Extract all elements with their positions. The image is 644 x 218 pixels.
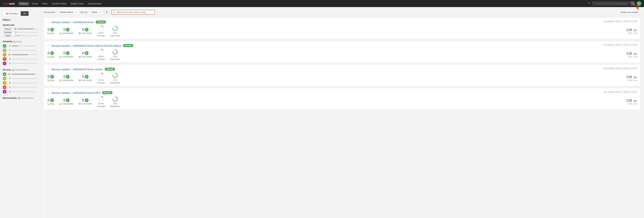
nav-rules[interactable]: Rules — [40, 2, 50, 6]
view-tabs: My Favorites All — [3, 11, 29, 16]
smells-count: 0 — [82, 28, 84, 32]
card-stats: 0 A 🐛 Bugs 0 A 🔒 Vulnerabilities 0 A ⚙️ … — [47, 72, 637, 84]
qg-warning-row[interactable]: Warning 0 — [3, 31, 38, 34]
sort-order-button[interactable]: ⇕ — [104, 10, 109, 14]
rel-grade-c-row[interactable]: C 16 — [3, 53, 38, 57]
dup-circle-svg — [112, 25, 118, 31]
add-button[interactable]: + — [630, 1, 635, 6]
dup-label: Duplications — [110, 58, 120, 60]
sec-grade-e-row[interactable]: E 0 — [3, 90, 38, 94]
sec-grade-c-row[interactable]: C 0 — [3, 81, 38, 85]
sec-grade-b-row[interactable]: B 0 — [3, 77, 38, 80]
tech-tags: XML, Java — [628, 32, 637, 34]
last-analysis: Last analysis: April 12, 2019, 4:29 PM — [603, 91, 637, 93]
perspective-select[interactable]: Overall Status — [58, 10, 78, 15]
top-navigation: sonarqube Projects Issues Rules Quality … — [0, 0, 644, 7]
vuln-label: 🔒 Vulnerabilities — [59, 103, 74, 105]
sec-e-count: 0 — [8, 91, 10, 93]
rel-c-bar — [12, 54, 28, 55]
star-icon[interactable]: ☆ — [47, 44, 50, 48]
rel-e-count: 0 — [8, 62, 10, 65]
smells-label: ⚙️ Code Smells — [78, 103, 92, 105]
nav-projects[interactable]: Projects — [18, 2, 30, 6]
bugs-count: 0 — [48, 98, 50, 102]
rel-c-count: 16 — [8, 54, 10, 56]
help-button[interactable]: ? — [588, 1, 590, 6]
rel-d-count: 0 — [8, 58, 10, 60]
user-avatar[interactable]: A — [636, 1, 641, 6]
sec-e-bar-wrap — [12, 91, 38, 92]
project-name-link[interactable]: devops-sample :: HelloWorld Demo PR-2 — [52, 91, 100, 94]
security-title: Security (🔒 Vulnerabilities) — [3, 69, 38, 71]
bugs-stat: 0 A 🐛 Bugs — [47, 51, 54, 58]
star-icon[interactable]: ☆ — [47, 91, 50, 95]
smells-count: 0 — [82, 75, 84, 79]
create-new-project-button[interactable]: Create new project — [617, 10, 641, 15]
coverage-label: Coverage — [97, 35, 105, 37]
star-icon[interactable]: ☆ — [47, 67, 50, 71]
lines-count: 118 — [626, 28, 632, 32]
favorites-tabs: My Favorites All — [3, 11, 38, 16]
nav-issues[interactable]: Issues — [30, 2, 40, 6]
sec-a-count: 22 — [8, 73, 10, 75]
vuln-count: 0 — [63, 28, 65, 32]
card-header: ☆ devops-sample :: HelloWorld Demo add-n… — [47, 44, 133, 48]
lines-stat: 118 XS XML, Java — [626, 99, 637, 105]
coverage-label: Coverage — [97, 82, 105, 84]
coverage-value: 40.0% — [98, 56, 104, 58]
last-analysis: Last analysis: April 12, 2019, 5:44 PM — [603, 20, 637, 23]
sortby-select[interactable]: Name — [90, 10, 102, 15]
bugs-label: 🐛 Bugs — [47, 56, 54, 58]
sec-grade-a-row[interactable]: A 22 — [3, 72, 38, 76]
tech-tags: XML, Java — [628, 103, 637, 105]
coverage-value: 40.0% — [98, 79, 104, 81]
project-card: ☆ devops-sample :: HelloWorld Demo maste… — [44, 64, 641, 86]
sec-c-bar-wrap — [12, 82, 38, 83]
logo[interactable]: sonarqube — [3, 2, 15, 5]
rel-grade-e-row[interactable]: E 0 — [3, 62, 38, 65]
smells-grade: A — [85, 51, 88, 55]
nav-quality-profiles[interactable]: Quality Profiles — [50, 2, 68, 6]
coverage-circle-svg — [98, 72, 104, 78]
dup-label: Duplications — [110, 82, 120, 84]
size-badge: XS — [633, 100, 637, 102]
main-content: Perspective: Overall Status Sort by: Nam… — [40, 7, 644, 218]
maintainability-title: Maintainability (⚙️ Code Smells) — [3, 97, 38, 99]
nav-quality-gates[interactable]: Quality Gates — [69, 2, 85, 6]
dup-value: 0.0% — [113, 79, 117, 81]
perspective-label: Perspective: — [44, 11, 56, 14]
project-name-link[interactable]: devops-sample :: HelloWorld Demo — [52, 21, 94, 24]
rel-grade-a-row[interactable]: A 6 — [3, 44, 38, 48]
duplications-stat: 0.0% Duplications — [110, 96, 120, 107]
star-icon[interactable]: ☆ — [47, 20, 50, 24]
global-search-input[interactable] — [592, 2, 629, 6]
dup-circle-svg — [112, 72, 118, 78]
project-name-link[interactable]: devops-sample :: HelloWorld Demo add-no-… — [52, 44, 121, 47]
size-badge: XS — [633, 53, 637, 55]
project-search-input[interactable] — [111, 10, 155, 15]
duplications-stat: 0.0% Duplications — [110, 49, 120, 60]
quality-badge: Passed — [123, 44, 133, 47]
qg-passed-count: 20 — [14, 28, 16, 30]
qg-failed-count: 2 — [14, 35, 16, 37]
reliability-title: Reliability (🐛 Bugs) — [3, 40, 38, 43]
main-layout: My Favorites All Filters Quality Gate Pa… — [0, 7, 644, 218]
rel-b-bar-wrap — [12, 50, 38, 51]
quality-badge: Passed — [102, 91, 112, 94]
qg-failed-row[interactable]: Failed 2 — [3, 34, 38, 37]
tab-all[interactable]: All — [21, 11, 28, 16]
rel-grade-b-row[interactable]: B 0 — [3, 49, 38, 52]
dup-circle-svg — [112, 96, 118, 102]
bugs-label: 🐛 Bugs — [47, 32, 54, 34]
qg-warning-badge: Warning — [3, 31, 13, 34]
qg-passed-row[interactable]: Passed 20 — [3, 28, 38, 30]
project-name-link[interactable]: devops-sample :: HelloWorld Demo master — [52, 68, 103, 71]
rel-grade-d-row[interactable]: D 0 — [3, 57, 38, 61]
coverage-label: Coverage — [97, 58, 105, 60]
nav-administration[interactable]: Administration — [86, 2, 103, 6]
tab-my-favorites[interactable]: My Favorites — [3, 11, 21, 16]
sec-grade-d-row[interactable]: D 0 — [3, 85, 38, 89]
rel-a-count: 6 — [8, 45, 10, 47]
lines-count: 118 — [626, 99, 632, 102]
coverage-value: 40.0% — [98, 32, 104, 34]
